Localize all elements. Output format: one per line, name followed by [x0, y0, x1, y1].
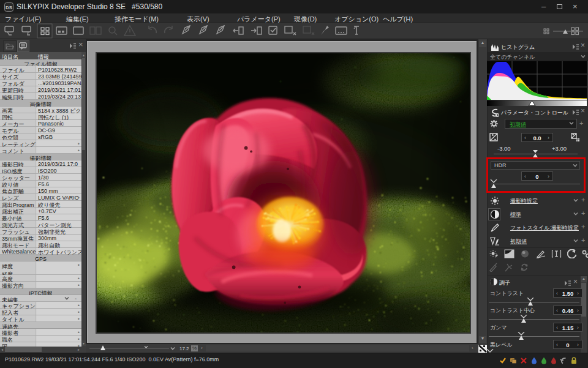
svg-text:DS: DS [6, 5, 13, 10]
